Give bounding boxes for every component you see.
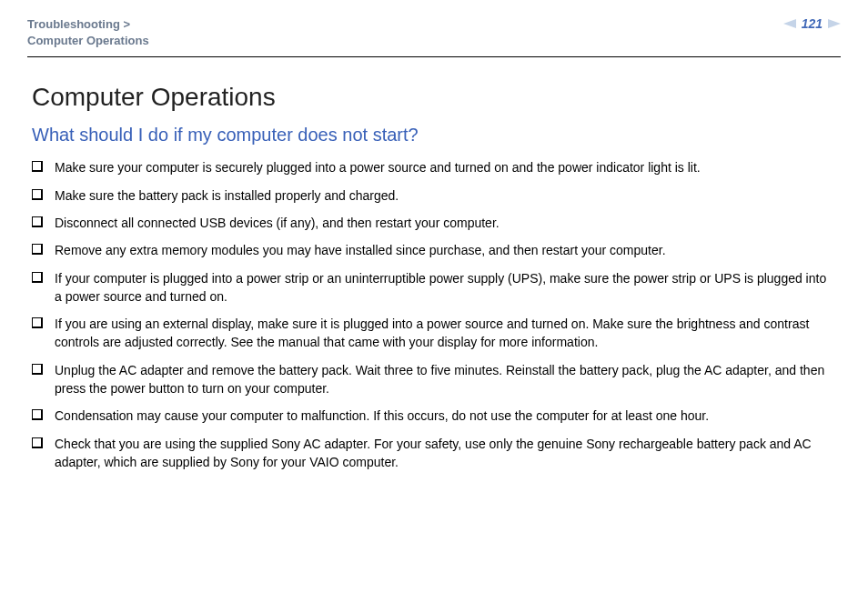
bullet-icon — [32, 409, 42, 419]
bullet-icon — [32, 189, 42, 199]
list-item: If your computer is plugged into a power… — [32, 269, 836, 306]
bullet-icon — [32, 244, 42, 254]
bullet-icon — [32, 317, 42, 327]
section-heading: What should I do if my computer does not… — [32, 125, 836, 146]
prev-page-icon[interactable] — [783, 19, 796, 28]
next-page-icon[interactable] — [828, 19, 841, 28]
list-item-text: Condensation may cause your computer to … — [55, 407, 836, 425]
breadcrumb-line2: Computer Operations — [27, 33, 149, 49]
bullet-icon — [32, 437, 42, 447]
breadcrumb: Troubleshooting > Computer Operations — [27, 16, 149, 49]
list-item: If you are using an external display, ma… — [32, 315, 836, 352]
bullet-icon — [32, 161, 42, 171]
list-item-text: Make sure the battery pack is installed … — [55, 186, 836, 205]
bullet-list: Make sure your computer is securely plug… — [32, 158, 836, 471]
page-number: 121 — [802, 16, 823, 31]
bullet-icon — [32, 216, 42, 226]
list-item: Disconnect all connected USB devices (if… — [32, 214, 836, 232]
page-title: Computer Operations — [32, 83, 836, 112]
list-item-text: Make sure your computer is securely plug… — [55, 158, 836, 176]
bullet-icon — [32, 272, 42, 282]
list-item-text: Remove any extra memory modules you may … — [55, 241, 836, 259]
list-item: Remove any extra memory modules you may … — [32, 241, 836, 259]
list-item-text: If you are using an external display, ma… — [55, 315, 836, 352]
list-item: Condensation may cause your computer to … — [32, 407, 836, 425]
list-item-text: Disconnect all connected USB devices (if… — [55, 214, 836, 232]
page-content: Computer Operations What should I do if … — [0, 57, 868, 498]
page-navigation: 121 — [783, 16, 841, 31]
list-item: Make sure the battery pack is installed … — [32, 186, 836, 205]
list-item-text: Check that you are using the supplied So… — [55, 435, 836, 472]
list-item-text: If your computer is plugged into a power… — [55, 269, 836, 306]
bullet-icon — [32, 364, 42, 374]
list-item: Make sure your computer is securely plug… — [32, 158, 836, 176]
list-item: Check that you are using the supplied So… — [32, 435, 836, 472]
list-item: Unplug the AC adapter and remove the bat… — [32, 361, 836, 398]
list-item-text: Unplug the AC adapter and remove the bat… — [55, 361, 836, 398]
page-header: Troubleshooting > Computer Operations 12… — [27, 0, 841, 57]
breadcrumb-line1: Troubleshooting > — [27, 16, 149, 33]
